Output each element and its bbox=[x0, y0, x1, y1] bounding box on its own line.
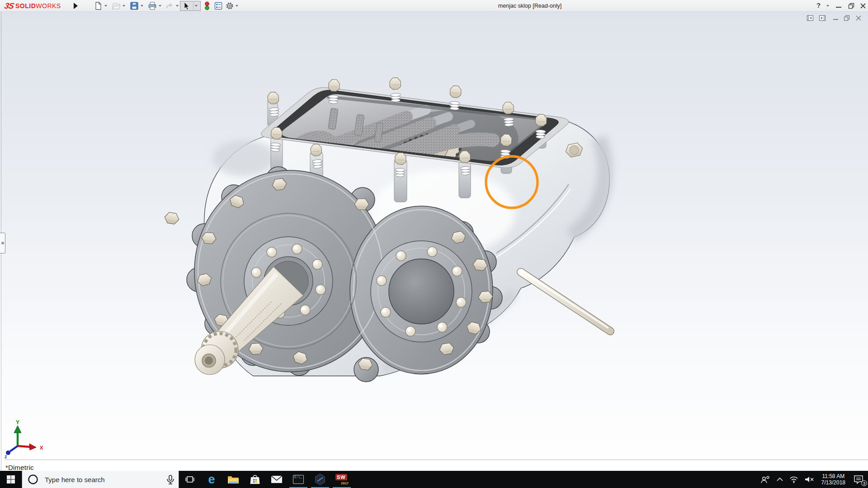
pane-next-icon bbox=[819, 14, 826, 22]
output-shaft bbox=[520, 270, 610, 331]
document-minimize-button[interactable] bbox=[832, 14, 840, 22]
taskbar-app-file-explorer[interactable] bbox=[222, 471, 244, 488]
graphics-area: Y X Z *Dimetric bbox=[0, 12, 868, 471]
cortana-icon bbox=[22, 474, 40, 485]
hexagon-app-icon bbox=[314, 474, 326, 485]
desktop: 3S SOLIDWORKS bbox=[0, 0, 868, 488]
gear-icon bbox=[225, 1, 234, 10]
tray-date: 7/13/2018 bbox=[821, 479, 845, 486]
titlebar: 3S SOLIDWORKS bbox=[0, 0, 868, 12]
tray-overflow-button[interactable] bbox=[774, 471, 786, 488]
save-floppy-icon bbox=[130, 1, 139, 10]
close-button[interactable] bbox=[858, 1, 868, 10]
rebuild-traffic-light-button[interactable] bbox=[202, 1, 212, 11]
taskbar-app-command-prompt[interactable]: C:\_ bbox=[288, 471, 309, 488]
start-button[interactable] bbox=[0, 471, 22, 488]
pane-next-button[interactable] bbox=[818, 14, 826, 22]
open-document-button[interactable] bbox=[111, 1, 121, 11]
open-folder-icon bbox=[112, 1, 121, 10]
select-cursor-icon bbox=[180, 1, 192, 10]
menu-flyout-arrow-icon[interactable] bbox=[74, 3, 78, 9]
triad-y-label: Y bbox=[16, 419, 19, 426]
close-icon bbox=[860, 3, 866, 9]
document-minimize-icon bbox=[833, 15, 839, 21]
model-3d-view[interactable]: Y X Z bbox=[0, 12, 868, 471]
taskbar-app-mail[interactable] bbox=[266, 471, 288, 488]
document-close-icon bbox=[855, 15, 862, 21]
new-document-icon bbox=[94, 1, 103, 10]
chevron-up-icon bbox=[777, 477, 783, 482]
help-button[interactable]: ? bbox=[816, 1, 821, 9]
triad-x-label: X bbox=[40, 445, 43, 450]
traffic-light-icon bbox=[203, 1, 212, 10]
new-document-button[interactable] bbox=[93, 1, 103, 11]
pane-previous-icon bbox=[807, 14, 814, 22]
display-pane-button[interactable] bbox=[213, 1, 223, 11]
microsoft-store-icon bbox=[250, 474, 260, 485]
new-document-caret[interactable] bbox=[104, 5, 107, 7]
open-document-caret[interactable] bbox=[123, 5, 125, 7]
clock[interactable]: 11:58 AM 7/13/2018 bbox=[818, 473, 849, 486]
volume-muted-icon bbox=[805, 476, 815, 483]
solidworks-logo: 3S SOLIDWORKS bbox=[5, 1, 61, 10]
file-explorer-icon bbox=[227, 474, 239, 484]
people-icon bbox=[760, 475, 770, 484]
print-button[interactable] bbox=[147, 1, 157, 11]
select-caret[interactable] bbox=[195, 5, 198, 7]
select-tool-button[interactable] bbox=[180, 1, 201, 11]
select-divider bbox=[193, 2, 193, 10]
featuremanager-expand-icon bbox=[1, 242, 4, 244]
system-tray: 11:58 AM 7/13/2018 3 bbox=[757, 471, 868, 488]
minimize-button[interactable] bbox=[834, 1, 844, 10]
window-title: menjac sklop [Read-only] bbox=[498, 3, 561, 9]
windows-logo-icon bbox=[6, 475, 15, 484]
undo-arrow-icon bbox=[165, 1, 174, 10]
save-button[interactable] bbox=[129, 1, 139, 11]
pane-previous-button[interactable] bbox=[806, 14, 814, 22]
taskbar-app-store[interactable] bbox=[244, 471, 266, 488]
undo-button[interactable] bbox=[165, 1, 175, 11]
triad-z-label: Z bbox=[5, 455, 7, 459]
task-view-icon bbox=[185, 475, 195, 484]
taskbar-search[interactable] bbox=[22, 471, 179, 488]
mail-icon bbox=[271, 475, 283, 484]
taskbar-app-edge[interactable]: e bbox=[201, 471, 222, 488]
options-caret[interactable] bbox=[236, 5, 238, 7]
document-close-button[interactable] bbox=[854, 14, 863, 22]
taskbar: e C:\_ bbox=[0, 471, 868, 488]
volume-button[interactable] bbox=[802, 471, 818, 488]
help-caret[interactable] bbox=[826, 5, 829, 7]
network-button[interactable] bbox=[786, 471, 802, 488]
search-input[interactable] bbox=[40, 476, 162, 483]
task-view-button[interactable] bbox=[179, 471, 201, 488]
save-caret[interactable] bbox=[141, 5, 143, 7]
wifi-icon bbox=[789, 476, 798, 483]
action-center-button[interactable]: 3 bbox=[849, 471, 868, 488]
blind-cover-boss bbox=[371, 241, 472, 342]
command-prompt-icon: C:\_ bbox=[293, 475, 304, 484]
taskbar-app-solidworks[interactable]: SW 2017 bbox=[331, 471, 353, 488]
print-caret[interactable] bbox=[159, 5, 161, 7]
restore-icon bbox=[848, 3, 854, 9]
edge-icon: e bbox=[208, 474, 215, 485]
notification-badge: 3 bbox=[861, 480, 867, 486]
solidworks-2017-icon: SW 2017 bbox=[335, 474, 349, 485]
document-restore-icon bbox=[844, 15, 850, 21]
microphone-icon[interactable] bbox=[162, 474, 179, 485]
taskbar-app-hexagon[interactable] bbox=[309, 471, 331, 488]
featuremanager-collapsed-tab[interactable] bbox=[0, 233, 5, 253]
undo-caret[interactable] bbox=[176, 5, 179, 7]
print-icon bbox=[148, 1, 157, 10]
view-orientation-label: *Dimetric bbox=[5, 464, 34, 471]
display-pane-icon bbox=[214, 1, 223, 10]
restore-button[interactable] bbox=[846, 1, 856, 10]
tray-time: 11:58 AM bbox=[821, 473, 845, 479]
people-button[interactable] bbox=[757, 471, 774, 488]
solidworks-logo-mark: 3S bbox=[4, 1, 14, 11]
minimize-icon bbox=[835, 3, 842, 9]
reference-triad[interactable]: Y X Z bbox=[5, 419, 43, 459]
options-button[interactable] bbox=[225, 1, 235, 11]
document-restore-button[interactable] bbox=[843, 14, 851, 22]
viewport-bottom-edge bbox=[5, 460, 868, 460]
